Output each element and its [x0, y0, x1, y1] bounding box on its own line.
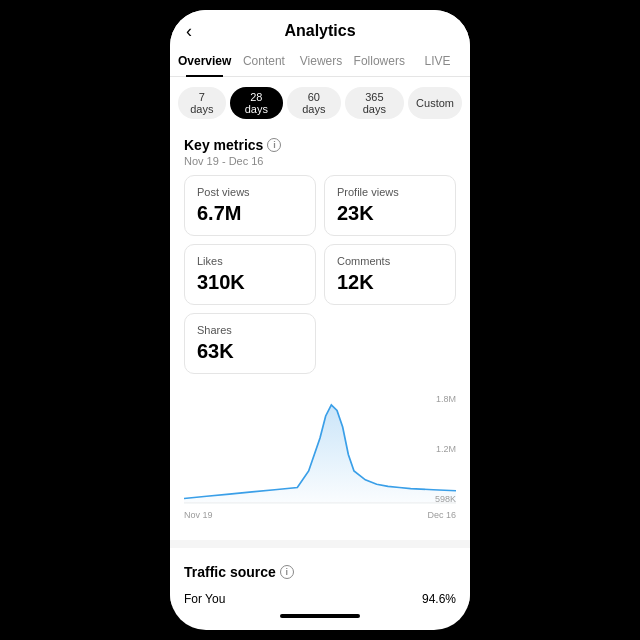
metric-post-views-value: 6.7M [197, 202, 303, 225]
nav-tabs: Overview Content Viewers Followers LIVE [170, 46, 470, 77]
filter-60days[interactable]: 60 days [287, 87, 341, 119]
metric-post-views-label: Post views [197, 186, 303, 198]
tab-live[interactable]: LIVE [409, 46, 466, 76]
chart-area: 1.8M 1.2M 598K [170, 382, 470, 532]
filter-365days[interactable]: 365 days [345, 87, 404, 119]
metric-post-views: Post views 6.7M [184, 175, 316, 236]
metric-likes: Likes 310K [184, 244, 316, 305]
back-button[interactable]: ‹ [186, 21, 192, 42]
traffic-source-section: Traffic source i For You 94.6% Personal … [170, 556, 470, 606]
filter-custom[interactable]: Custom [408, 87, 462, 119]
home-indicator [280, 614, 360, 618]
date-range: Nov 19 - Dec 16 [184, 155, 456, 167]
metric-likes-value: 310K [197, 271, 303, 294]
metric-shares: Shares 63K [184, 313, 316, 374]
tab-viewers[interactable]: Viewers [292, 46, 349, 76]
traffic-pct-for-you: 94.6% [422, 592, 456, 606]
bottom-bar [170, 606, 470, 630]
chart-y-label-1: 1.8M [435, 394, 456, 404]
key-metrics-section: Key metrics i Nov 19 - Dec 16 Post views… [170, 129, 470, 382]
filter-7days[interactable]: 7 days [178, 87, 226, 119]
chart-container: 1.8M 1.2M 598K [184, 394, 456, 524]
metrics-grid: Post views 6.7M Profile views 23K Likes … [184, 175, 456, 374]
filter-28days[interactable]: 28 days [230, 87, 284, 119]
time-filters: 7 days 28 days 60 days 365 days Custom [170, 77, 470, 129]
section-divider [170, 540, 470, 548]
tab-overview[interactable]: Overview [174, 46, 235, 76]
key-metrics-title: Key metrics i [184, 137, 456, 153]
header: ‹ Analytics [170, 10, 470, 46]
traffic-label-for-you: For You [184, 592, 225, 606]
metric-profile-views-value: 23K [337, 202, 443, 225]
traffic-info-icon[interactable]: i [280, 565, 294, 579]
chart-y-label-2: 1.2M [435, 444, 456, 454]
metric-likes-label: Likes [197, 255, 303, 267]
metric-shares-label: Shares [197, 324, 303, 336]
metric-profile-views-label: Profile views [337, 186, 443, 198]
traffic-source-title: Traffic source i [184, 564, 456, 580]
tab-followers[interactable]: Followers [350, 46, 409, 76]
metric-comments-label: Comments [337, 255, 443, 267]
chart-y-labels: 1.8M 1.2M 598K [435, 394, 456, 524]
page-title: Analytics [284, 22, 355, 40]
traffic-item-for-you: For You 94.6% [184, 592, 456, 606]
metric-comments: Comments 12K [324, 244, 456, 305]
tab-content[interactable]: Content [235, 46, 292, 76]
metric-comments-value: 12K [337, 271, 443, 294]
line-chart [184, 394, 456, 504]
chart-y-label-3: 598K [435, 494, 456, 504]
metric-shares-value: 63K [197, 340, 303, 363]
chart-x-labels: Nov 19 Dec 16 [184, 510, 456, 520]
key-metrics-info-icon[interactable]: i [267, 138, 281, 152]
chart-x-label-start: Nov 19 [184, 510, 213, 520]
metric-profile-views: Profile views 23K [324, 175, 456, 236]
